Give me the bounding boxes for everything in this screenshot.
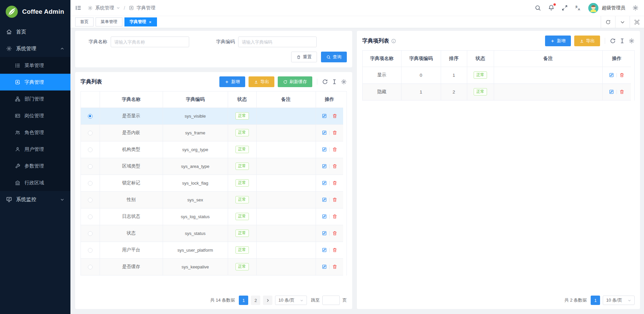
edit-button[interactable] <box>609 72 614 78</box>
next-page-button[interactable] <box>263 296 272 305</box>
row-height-icon[interactable] <box>331 79 337 85</box>
sidebar-item-dict-mgmt[interactable]: 字典管理 <box>0 74 70 90</box>
tab-label: 菜单管理 <box>101 19 117 25</box>
table-row[interactable]: 区域类型 sys_area_type 正常 <box>81 158 343 175</box>
tab-home[interactable]: 首页 <box>75 17 94 26</box>
edit-button[interactable] <box>322 130 327 135</box>
reset-button[interactable]: 重置 <box>291 52 317 62</box>
edit-button[interactable] <box>322 231 327 236</box>
username-label[interactable]: 超级管理员 <box>602 5 625 11</box>
delete-button[interactable] <box>332 180 337 186</box>
table-row[interactable]: 性别 sys_sex 正常 <box>81 191 343 208</box>
notification-bell[interactable] <box>548 4 554 12</box>
delete-button[interactable] <box>332 231 337 236</box>
menu-fold-icon[interactable] <box>75 5 82 11</box>
sidebar-item-post-mgmt[interactable]: 岗位管理 <box>0 107 70 124</box>
sidebar-item-label: 字典管理 <box>24 79 44 85</box>
translate-icon[interactable]: 文A <box>575 5 581 11</box>
tab-close-icon[interactable] <box>149 20 152 24</box>
row-radio[interactable] <box>88 214 93 219</box>
refresh-table-icon[interactable] <box>610 38 616 44</box>
add-dict-item-button[interactable]: 新增 <box>545 36 571 46</box>
row-radio[interactable] <box>88 181 93 186</box>
delete-button[interactable] <box>332 113 337 119</box>
row-height-icon[interactable] <box>619 38 625 44</box>
fullscreen-expand-icon[interactable] <box>561 5 568 11</box>
sidebar-item-region[interactable]: 行政区域 <box>0 174 70 191</box>
delete-button[interactable] <box>332 130 337 135</box>
row-radio[interactable] <box>88 265 93 269</box>
edit-button[interactable] <box>322 147 327 152</box>
delete-button[interactable] <box>332 147 337 152</box>
jump-page-input[interactable] <box>322 296 340 305</box>
dict-name-input[interactable] <box>111 37 189 47</box>
refresh-tab-button[interactable] <box>601 16 615 28</box>
edit-button[interactable] <box>609 89 614 95</box>
delete-button[interactable] <box>332 214 337 219</box>
edit-button[interactable] <box>322 113 327 119</box>
delete-button[interactable] <box>332 264 337 269</box>
page-size-select[interactable]: 10 条/页 <box>603 296 635 305</box>
edit-button[interactable] <box>322 264 327 269</box>
page-button-1[interactable]: 1 <box>591 296 600 305</box>
edit-button[interactable] <box>322 164 327 169</box>
delete-button[interactable] <box>332 164 337 169</box>
export-dict-button[interactable]: 导出 <box>249 76 274 87</box>
row-radio[interactable] <box>88 164 93 169</box>
page-button-2[interactable]: 2 <box>251 296 260 305</box>
export-dict-item-button[interactable]: 导出 <box>574 36 600 46</box>
avatar[interactable] <box>588 3 598 13</box>
table-row[interactable]: 是否显示 sys_visible 正常 <box>81 108 343 124</box>
row-radio[interactable] <box>88 198 93 202</box>
sidebar-item-menu-mgmt[interactable]: 菜单管理 <box>0 57 70 74</box>
delete-button[interactable] <box>332 197 337 202</box>
sidebar-item-dept-mgmt[interactable]: 部门管理 <box>0 90 70 107</box>
breadcrumb-parent[interactable]: 系统管理 <box>95 5 114 11</box>
dict-code-input[interactable] <box>238 37 317 47</box>
sidebar-item-monitor[interactable]: 系统监控 <box>0 191 70 208</box>
settings-gear-icon[interactable] <box>632 5 639 11</box>
delete-button[interactable] <box>619 89 625 95</box>
column-settings-gear-icon[interactable] <box>341 79 347 85</box>
edit-button[interactable] <box>322 180 327 186</box>
row-radio[interactable] <box>88 131 93 135</box>
tab-dict-mgmt[interactable]: 字典管理 <box>124 17 157 26</box>
table-row[interactable]: 是否缓存 sys_keepalive 正常 <box>81 258 343 275</box>
delete-button[interactable] <box>332 247 337 253</box>
remark-cell <box>256 158 316 175</box>
row-radio[interactable] <box>88 147 93 152</box>
table-row[interactable]: 机构类型 sys_org_type 正常 <box>81 141 343 158</box>
row-radio[interactable] <box>88 248 93 253</box>
row-radio[interactable] <box>88 231 93 236</box>
sidebar-item-role-mgmt[interactable]: 角色管理 <box>0 124 70 141</box>
refresh-cache-button[interactable]: 刷新缓存 <box>278 76 312 87</box>
info-icon[interactable] <box>391 39 396 44</box>
sidebar-item-system[interactable]: 系统管理 <box>0 40 70 57</box>
tab-list-dropdown-button[interactable] <box>615 16 630 28</box>
sidebar-item-home[interactable]: 首页 <box>0 23 70 40</box>
table-row[interactable]: 隐藏 1 2 正常 <box>363 83 631 100</box>
search-icon[interactable] <box>535 5 541 11</box>
maximize-content-button[interactable] <box>630 16 644 28</box>
table-row[interactable]: 状态 sys_status 正常 <box>81 225 343 242</box>
refresh-table-icon[interactable] <box>322 79 328 85</box>
table-row[interactable]: 锁定标记 sys_lock_flag 正常 <box>81 175 343 191</box>
query-button[interactable]: 查询 <box>321 52 347 62</box>
tab-menu-mgmt[interactable]: 菜单管理 <box>96 17 122 26</box>
sidebar-item-param-mgmt[interactable]: 参数管理 <box>0 158 70 174</box>
edit-button[interactable] <box>322 214 327 219</box>
edit-button[interactable] <box>322 247 327 253</box>
table-row[interactable]: 显示 0 1 正常 <box>363 67 631 83</box>
column-settings-gear-icon[interactable] <box>629 38 635 44</box>
row-radio[interactable] <box>88 114 93 119</box>
add-dict-button[interactable]: 新增 <box>219 76 245 87</box>
page-size-select[interactable]: 10 条/页 <box>275 296 307 305</box>
edit-button[interactable] <box>322 197 327 202</box>
page-button-1[interactable]: 1 <box>239 296 248 305</box>
delete-button[interactable] <box>619 72 625 78</box>
table-row[interactable]: 用户平台 sys_user_platform 正常 <box>81 242 343 258</box>
sidebar-item-user-mgmt[interactable]: 用户管理 <box>0 141 70 158</box>
table-row[interactable]: 日志状态 sys_log_status 正常 <box>81 208 343 225</box>
chevron-down-icon[interactable] <box>116 6 120 10</box>
table-row[interactable]: 是否内嵌 sys_frame 正常 <box>81 124 343 141</box>
